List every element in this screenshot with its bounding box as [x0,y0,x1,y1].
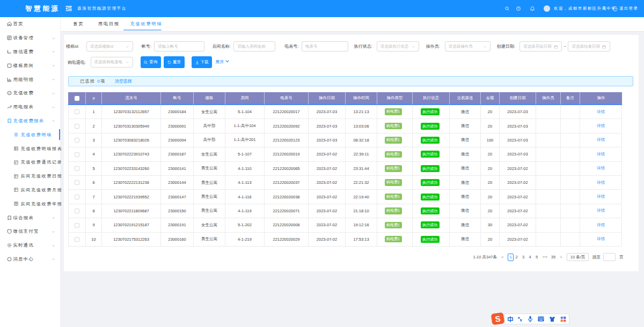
svg-text:?: ? [518,7,519,10]
